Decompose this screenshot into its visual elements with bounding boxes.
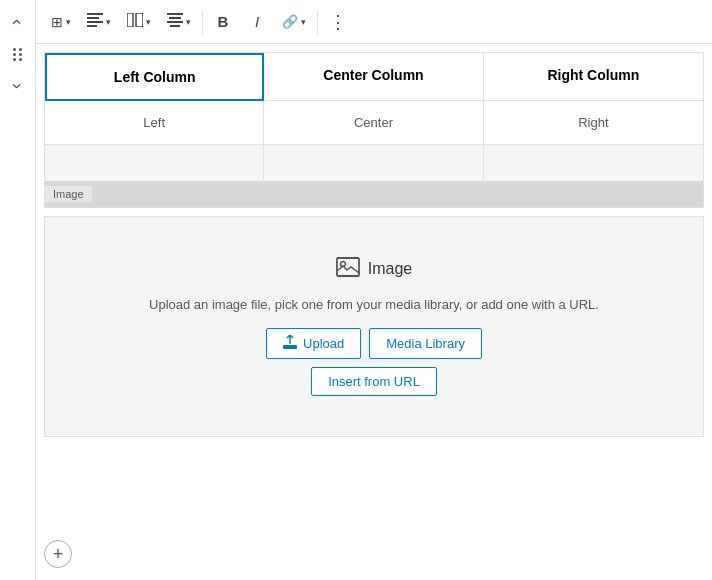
svg-rect-3 — [87, 25, 97, 27]
center-empty-cell — [264, 145, 483, 181]
link-icon: 🔗 — [282, 14, 298, 29]
svg-rect-9 — [170, 25, 180, 27]
main-content: ⊞ ▾ ▾ ▾ — [36, 0, 712, 580]
left-column-header[interactable]: Left Column — [45, 53, 264, 101]
upload-button[interactable]: Upload — [266, 328, 361, 359]
drag-icon — [13, 48, 23, 61]
table-button[interactable]: ⊞ ▾ — [44, 6, 78, 38]
columns-dropdown-arrow: ▾ — [146, 17, 151, 27]
sidebar: ‹ › — [0, 0, 36, 580]
center-cell[interactable]: Center — [264, 101, 483, 145]
image-block-heading: Image — [368, 260, 412, 278]
table-cell-row: Left Center Right — [45, 101, 703, 145]
svg-rect-1 — [87, 17, 99, 19]
align-dropdown-arrow: ▾ — [106, 17, 111, 27]
image-block-description: Upload an image file, pick one from your… — [149, 297, 599, 312]
link-dropdown-arrow: ▾ — [301, 17, 306, 27]
svg-rect-0 — [87, 13, 103, 15]
sidebar-drag-button[interactable] — [4, 40, 32, 68]
table-dropdown-arrow: ▾ — [66, 17, 71, 27]
toolbar-divider-1 — [202, 10, 203, 34]
media-library-button[interactable]: Media Library — [369, 328, 482, 359]
more-options-button[interactable]: ⋮ — [322, 6, 354, 38]
svg-rect-7 — [169, 17, 181, 19]
right-empty-cell — [484, 145, 703, 181]
text-align-dropdown-arrow: ▾ — [186, 17, 191, 27]
sidebar-up-button[interactable]: ‹ — [4, 8, 32, 36]
table-footer-label: Image — [45, 186, 92, 202]
toolbar: ⊞ ▾ ▾ ▾ — [36, 0, 712, 44]
image-primary-buttons: Upload Media Library — [266, 328, 482, 359]
svg-rect-2 — [87, 21, 103, 23]
left-empty-cell — [45, 145, 264, 181]
svg-rect-4 — [127, 13, 133, 27]
svg-rect-12 — [283, 345, 297, 349]
svg-rect-6 — [167, 13, 183, 15]
align-button[interactable]: ▾ — [80, 6, 118, 38]
table-footer: Image — [45, 181, 703, 207]
image-block: Image Upload an image file, pick one fro… — [44, 216, 704, 437]
toolbar-divider-2 — [317, 10, 318, 34]
more-options-icon: ⋮ — [329, 11, 348, 33]
text-align-button[interactable]: ▾ — [160, 6, 198, 38]
table-block: Left Column Center Column Right Column L… — [44, 52, 704, 208]
link-button[interactable]: 🔗 ▾ — [275, 6, 313, 38]
columns-icon — [127, 13, 143, 30]
image-block-buttons: Upload Media Library Insert from URL — [266, 328, 482, 396]
left-cell[interactable]: Left — [45, 101, 264, 145]
center-column-header[interactable]: Center Column — [264, 53, 483, 101]
svg-rect-5 — [136, 13, 143, 27]
add-button-row: + — [44, 540, 72, 568]
italic-icon: I — [255, 13, 259, 30]
upload-icon — [283, 335, 297, 352]
sidebar-down-button[interactable]: › — [4, 72, 32, 100]
table-icon: ⊞ — [51, 14, 63, 30]
svg-rect-10 — [337, 258, 359, 276]
right-cell[interactable]: Right — [484, 101, 703, 145]
image-block-title-row: Image — [336, 257, 412, 281]
italic-button[interactable]: I — [241, 6, 273, 38]
columns-button[interactable]: ▾ — [120, 6, 158, 38]
align-icon — [87, 13, 103, 30]
text-align-icon — [167, 13, 183, 30]
bold-button[interactable]: B — [207, 6, 239, 38]
image-block-icon — [336, 257, 360, 281]
bold-icon: B — [218, 13, 229, 30]
add-block-button[interactable]: + — [44, 540, 72, 568]
table-header-row: Left Column Center Column Right Column — [45, 53, 703, 101]
svg-rect-8 — [167, 21, 183, 23]
right-column-header[interactable]: Right Column — [484, 53, 703, 101]
add-icon: + — [53, 544, 64, 565]
insert-from-url-button[interactable]: Insert from URL — [311, 367, 437, 396]
table-empty-row — [45, 145, 703, 181]
